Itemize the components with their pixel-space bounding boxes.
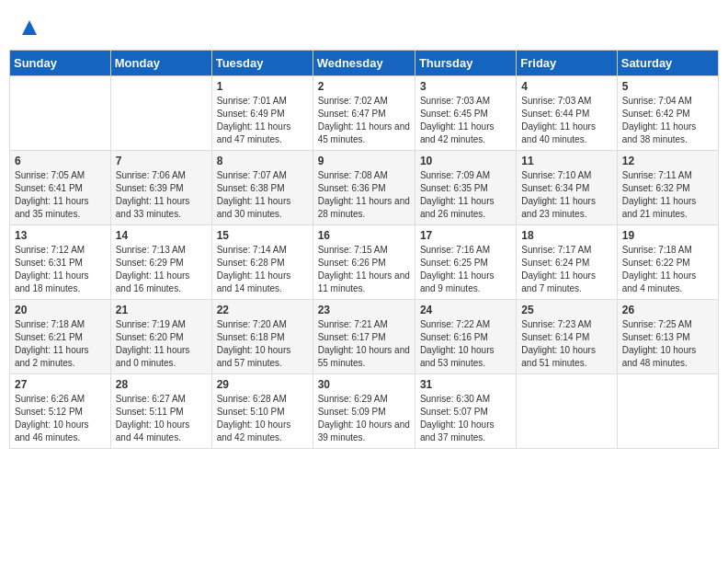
calendar-cell: 20Sunrise: 7:18 AMSunset: 6:21 PMDayligh… — [10, 300, 111, 374]
calendar-cell — [617, 374, 718, 449]
calendar-cell: 4Sunrise: 7:03 AMSunset: 6:44 PMDaylight… — [517, 76, 617, 151]
day-info: Sunrise: 7:16 AMSunset: 6:25 PMDaylight:… — [420, 244, 511, 295]
day-info: Sunrise: 7:05 AMSunset: 6:41 PMDaylight:… — [15, 169, 106, 221]
calendar-cell: 23Sunrise: 7:21 AMSunset: 6:17 PMDayligh… — [313, 300, 415, 374]
calendar-cell: 2Sunrise: 7:02 AMSunset: 6:47 PMDaylight… — [313, 76, 415, 151]
day-info: Sunrise: 7:02 AMSunset: 6:47 PMDaylight:… — [318, 95, 410, 146]
day-number: 3 — [420, 80, 511, 93]
day-info: Sunrise: 7:03 AMSunset: 6:45 PMDaylight:… — [420, 95, 511, 146]
col-header-tuesday: Tuesday — [211, 51, 313, 76]
calendar-cell: 19Sunrise: 7:18 AMSunset: 6:22 PMDayligh… — [617, 225, 718, 300]
calendar-cell: 6Sunrise: 7:05 AMSunset: 6:41 PMDaylight… — [10, 151, 111, 225]
day-info: Sunrise: 7:09 AMSunset: 6:35 PMDaylight:… — [420, 169, 511, 221]
calendar-week-5: 27Sunrise: 6:26 AMSunset: 5:12 PMDayligh… — [10, 374, 719, 449]
day-info: Sunrise: 6:27 AMSunset: 5:11 PMDaylight:… — [116, 393, 207, 444]
day-number: 24 — [420, 304, 511, 316]
col-header-thursday: Thursday — [415, 51, 516, 76]
day-info: Sunrise: 7:19 AMSunset: 6:20 PMDaylight:… — [116, 318, 207, 370]
day-number: 12 — [622, 155, 713, 167]
calendar-week-3: 13Sunrise: 7:12 AMSunset: 6:31 PMDayligh… — [10, 225, 719, 300]
calendar-cell: 13Sunrise: 7:12 AMSunset: 6:31 PMDayligh… — [10, 225, 111, 300]
day-number: 25 — [521, 304, 611, 316]
col-header-saturday: Saturday — [617, 51, 718, 76]
calendar-table: SundayMondayTuesdayWednesdayThursdayFrid… — [9, 50, 719, 449]
calendar-cell — [10, 76, 111, 151]
calendar-cell: 24Sunrise: 7:22 AMSunset: 6:16 PMDayligh… — [415, 300, 516, 374]
calendar-cell — [110, 76, 211, 151]
calendar-header-row: SundayMondayTuesdayWednesdayThursdayFrid… — [10, 51, 719, 76]
day-info: Sunrise: 7:14 AMSunset: 6:28 PMDaylight:… — [217, 244, 308, 295]
day-info: Sunrise: 7:21 AMSunset: 6:17 PMDaylight:… — [318, 318, 410, 370]
day-info: Sunrise: 7:11 AMSunset: 6:32 PMDaylight:… — [622, 169, 713, 221]
day-number: 22 — [217, 304, 308, 316]
calendar-cell — [517, 374, 617, 449]
day-number: 8 — [217, 155, 308, 167]
logo-triangle-icon — [20, 18, 39, 37]
day-number: 15 — [217, 229, 308, 242]
day-number: 20 — [15, 304, 106, 316]
calendar-cell: 8Sunrise: 7:07 AMSunset: 6:38 PMDaylight… — [211, 151, 313, 225]
day-number: 1 — [217, 80, 308, 93]
day-number: 26 — [622, 304, 713, 316]
day-number: 14 — [116, 229, 207, 242]
day-info: Sunrise: 7:13 AMSunset: 6:29 PMDaylight:… — [116, 244, 207, 295]
day-number: 19 — [622, 229, 713, 242]
day-number: 6 — [15, 155, 106, 167]
calendar-cell: 17Sunrise: 7:16 AMSunset: 6:25 PMDayligh… — [415, 225, 516, 300]
day-number: 18 — [521, 229, 611, 242]
calendar-week-2: 6Sunrise: 7:05 AMSunset: 6:41 PMDaylight… — [10, 151, 719, 225]
day-info: Sunrise: 7:04 AMSunset: 6:42 PMDaylight:… — [622, 95, 713, 146]
day-info: Sunrise: 7:20 AMSunset: 6:18 PMDaylight:… — [217, 318, 308, 370]
col-header-monday: Monday — [110, 51, 211, 76]
day-number: 2 — [318, 80, 410, 93]
day-number: 11 — [521, 155, 611, 167]
day-info: Sunrise: 7:18 AMSunset: 6:21 PMDaylight:… — [15, 318, 106, 370]
day-number: 13 — [15, 229, 106, 242]
calendar-cell: 29Sunrise: 6:28 AMSunset: 5:10 PMDayligh… — [211, 374, 313, 449]
day-info: Sunrise: 7:08 AMSunset: 6:36 PMDaylight:… — [318, 169, 410, 221]
day-info: Sunrise: 7:07 AMSunset: 6:38 PMDaylight:… — [217, 169, 308, 221]
day-info: Sunrise: 7:17 AMSunset: 6:24 PMDaylight:… — [521, 244, 611, 295]
day-number: 30 — [318, 378, 410, 391]
day-info: Sunrise: 7:01 AMSunset: 6:49 PMDaylight:… — [217, 95, 308, 146]
calendar-cell: 7Sunrise: 7:06 AMSunset: 6:39 PMDaylight… — [110, 151, 211, 225]
day-info: Sunrise: 7:15 AMSunset: 6:26 PMDaylight:… — [318, 244, 410, 295]
calendar-cell: 14Sunrise: 7:13 AMSunset: 6:29 PMDayligh… — [110, 225, 211, 300]
col-header-friday: Friday — [517, 51, 617, 76]
calendar-cell: 16Sunrise: 7:15 AMSunset: 6:26 PMDayligh… — [313, 225, 415, 300]
calendar-cell: 10Sunrise: 7:09 AMSunset: 6:35 PMDayligh… — [415, 151, 516, 225]
day-number: 31 — [420, 378, 511, 391]
calendar-cell: 28Sunrise: 6:27 AMSunset: 5:11 PMDayligh… — [110, 374, 211, 449]
calendar-cell: 31Sunrise: 6:30 AMSunset: 5:07 PMDayligh… — [415, 374, 516, 449]
calendar-cell: 3Sunrise: 7:03 AMSunset: 6:45 PMDaylight… — [415, 76, 516, 151]
day-info: Sunrise: 7:25 AMSunset: 6:13 PMDaylight:… — [622, 318, 713, 370]
day-number: 23 — [318, 304, 410, 316]
calendar-cell: 30Sunrise: 6:29 AMSunset: 5:09 PMDayligh… — [313, 374, 415, 449]
calendar-cell: 11Sunrise: 7:10 AMSunset: 6:34 PMDayligh… — [517, 151, 617, 225]
col-header-wednesday: Wednesday — [313, 51, 415, 76]
day-info: Sunrise: 6:28 AMSunset: 5:10 PMDaylight:… — [217, 393, 308, 444]
day-info: Sunrise: 7:06 AMSunset: 6:39 PMDaylight:… — [116, 169, 207, 221]
day-number: 4 — [521, 80, 611, 93]
day-info: Sunrise: 7:10 AMSunset: 6:34 PMDaylight:… — [521, 169, 611, 221]
day-info: Sunrise: 7:22 AMSunset: 6:16 PMDaylight:… — [420, 318, 511, 370]
svg-marker-0 — [22, 20, 37, 35]
calendar-week-1: 1Sunrise: 7:01 AMSunset: 6:49 PMDaylight… — [10, 76, 719, 151]
calendar-cell: 22Sunrise: 7:20 AMSunset: 6:18 PMDayligh… — [211, 300, 313, 374]
calendar-cell: 1Sunrise: 7:01 AMSunset: 6:49 PMDaylight… — [211, 76, 313, 151]
day-number: 21 — [116, 304, 207, 316]
day-info: Sunrise: 6:26 AMSunset: 5:12 PMDaylight:… — [15, 393, 106, 444]
day-number: 28 — [116, 378, 207, 391]
page-header — [9, 9, 719, 45]
calendar-cell: 26Sunrise: 7:25 AMSunset: 6:13 PMDayligh… — [617, 300, 718, 374]
day-info: Sunrise: 7:23 AMSunset: 6:14 PMDaylight:… — [521, 318, 611, 370]
day-number: 27 — [15, 378, 106, 391]
day-number: 9 — [318, 155, 410, 167]
col-header-sunday: Sunday — [10, 51, 111, 76]
day-number: 10 — [420, 155, 511, 167]
calendar-cell: 27Sunrise: 6:26 AMSunset: 5:12 PMDayligh… — [10, 374, 111, 449]
calendar-cell: 9Sunrise: 7:08 AMSunset: 6:36 PMDaylight… — [313, 151, 415, 225]
logo — [18, 18, 39, 40]
day-info: Sunrise: 7:18 AMSunset: 6:22 PMDaylight:… — [622, 244, 713, 295]
day-number: 5 — [622, 80, 713, 93]
